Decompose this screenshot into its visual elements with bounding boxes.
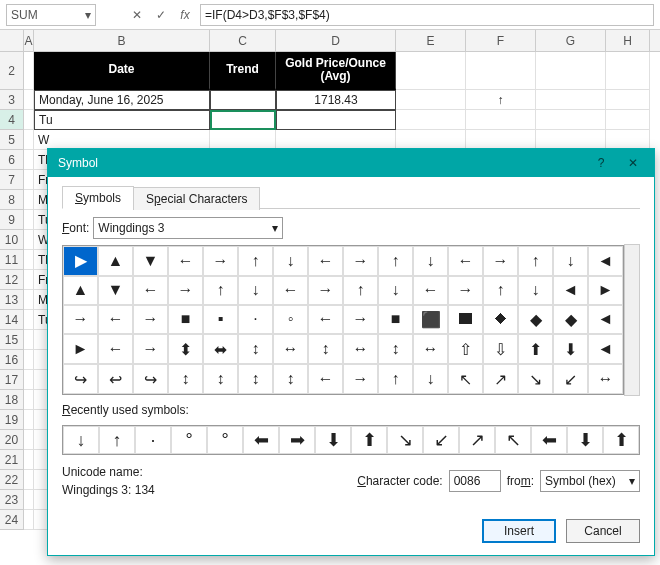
cell[interactable]: 1718.43 (276, 90, 396, 110)
cancel-button[interactable]: Cancel (566, 519, 640, 543)
symbol-cell[interactable]: ↪ (133, 364, 168, 394)
symbol-cell[interactable]: → (133, 305, 168, 335)
enter-formula-icon[interactable]: ✓ (152, 6, 170, 24)
insert-button[interactable]: Insert (482, 519, 556, 543)
col-header[interactable]: C (210, 30, 276, 51)
symbol-cell[interactable]: ⬌ (203, 334, 238, 364)
symbol-cell[interactable]: ↓ (518, 276, 553, 305)
symbol-cell[interactable]: ↩ (98, 364, 133, 394)
symbol-cell[interactable]: ↑ (378, 364, 413, 394)
symbol-cell[interactable]: ↘ (518, 364, 553, 394)
row-header[interactable]: 19 (0, 410, 24, 430)
cell[interactable]: Monday, June 16, 2025 (34, 90, 210, 110)
symbol-cell[interactable]: ↓ (238, 276, 273, 305)
symbol-cell[interactable]: ↗ (483, 364, 518, 394)
cell[interactable] (24, 170, 34, 190)
recent-symbol-cell[interactable]: ↘ (387, 426, 423, 454)
col-header[interactable]: B (34, 30, 210, 51)
symbol-cell[interactable]: ↕ (168, 364, 203, 394)
cell[interactable] (24, 350, 34, 370)
symbol-cell[interactable]: ↙ (553, 364, 588, 394)
symbol-cell[interactable]: ← (308, 364, 343, 394)
symbol-cell[interactable]: → (483, 246, 518, 276)
symbol-cell[interactable]: ← (133, 276, 168, 305)
symbol-cell[interactable]: ▲ (63, 276, 98, 305)
symbol-cell[interactable]: ⇩ (483, 334, 518, 364)
symbol-cell[interactable]: ↖ (448, 364, 483, 394)
row-header[interactable]: 4 (0, 110, 24, 130)
symbol-cell[interactable]: ▲ (98, 246, 133, 276)
name-box[interactable]: SUM ▾ (6, 4, 96, 26)
recent-symbol-cell[interactable]: ↑ (99, 426, 135, 454)
symbol-cell[interactable]: → (308, 276, 343, 305)
row-header[interactable]: 8 (0, 190, 24, 210)
recent-symbol-cell[interactable]: ⬆ (603, 426, 639, 454)
col-header[interactable]: D (276, 30, 396, 51)
symbol-cell[interactable]: ↑ (203, 276, 238, 305)
symbol-cell[interactable]: ↕ (308, 334, 343, 364)
help-button[interactable]: ? (586, 151, 616, 175)
cell[interactable] (24, 250, 34, 270)
recent-symbol-cell[interactable]: ⬆ (351, 426, 387, 454)
col-header[interactable]: H (606, 30, 650, 51)
cell[interactable] (606, 52, 650, 90)
symbol-cell[interactable]: ▼ (133, 246, 168, 276)
col-header[interactable]: A (24, 30, 34, 51)
cell[interactable] (24, 370, 34, 390)
cell[interactable] (24, 190, 34, 210)
symbol-cell[interactable]: ← (308, 305, 343, 335)
recent-symbol-cell[interactable]: ↙ (423, 426, 459, 454)
symbol-cell[interactable]: ◄ (588, 305, 623, 335)
symbol-cell[interactable]: ← (98, 305, 133, 335)
symbol-cell[interactable]: → (343, 305, 378, 335)
font-combo[interactable]: Wingdings 3 ▾ (93, 217, 283, 239)
row-header[interactable]: 3 (0, 90, 24, 110)
cell[interactable]: Tu (34, 110, 210, 130)
cell[interactable] (606, 110, 650, 130)
recent-symbol-cell[interactable]: ↖ (495, 426, 531, 454)
symbol-cell[interactable]: ↓ (553, 246, 588, 276)
recent-symbol-cell[interactable]: · (135, 426, 171, 454)
formula-input[interactable]: =IF(D4>D3,$F$3,$F$4) (200, 4, 654, 26)
cell[interactable]: ↑ (466, 90, 536, 110)
cell[interactable] (396, 90, 466, 110)
select-all-corner[interactable] (0, 30, 24, 51)
cell[interactable] (24, 130, 34, 150)
symbol-cell[interactable]: ↓ (273, 246, 308, 276)
symbol-cell[interactable]: → (448, 276, 483, 305)
cell[interactable] (24, 270, 34, 290)
cell[interactable] (536, 110, 606, 130)
row-header[interactable]: 10 (0, 230, 24, 250)
symbol-cell[interactable]: ► (588, 276, 623, 305)
symbol-cell[interactable]: ← (98, 334, 133, 364)
row-header[interactable]: 23 (0, 490, 24, 510)
symbol-cell[interactable]: ↑ (518, 246, 553, 276)
symbol-cell[interactable]: ◄ (553, 276, 588, 305)
symbol-cell[interactable]: ■ (378, 305, 413, 335)
cell[interactable] (24, 410, 34, 430)
symbol-cell[interactable]: ⬆ (518, 334, 553, 364)
symbol-cell[interactable]: ↓ (413, 246, 448, 276)
cell[interactable] (466, 110, 536, 130)
symbol-cell[interactable]: ↓ (413, 364, 448, 394)
symbol-cell[interactable]: ↑ (483, 276, 518, 305)
cell[interactable] (536, 130, 606, 150)
row-header[interactable]: 16 (0, 350, 24, 370)
symbol-cell[interactable]: ↪ (63, 364, 98, 394)
symbol-cell[interactable]: ← (168, 246, 203, 276)
recent-symbol-cell[interactable]: ➡ (279, 426, 315, 454)
cell[interactable] (24, 290, 34, 310)
cell[interactable] (606, 90, 650, 110)
symbol-cell[interactable]: → (343, 364, 378, 394)
symbol-cell[interactable]: ↕ (203, 364, 238, 394)
col-header[interactable]: F (466, 30, 536, 51)
symbol-cell[interactable]: ↓ (378, 276, 413, 305)
symbol-cell[interactable]: ◦ (273, 305, 308, 335)
row-header[interactable]: 9 (0, 210, 24, 230)
cell[interactable] (396, 110, 466, 130)
tab-special-characters[interactable]: Special Characters (133, 187, 260, 210)
cell[interactable] (24, 450, 34, 470)
cell[interactable] (24, 490, 34, 510)
cell[interactable] (24, 330, 34, 350)
symbol-cell[interactable]: ↕ (273, 364, 308, 394)
